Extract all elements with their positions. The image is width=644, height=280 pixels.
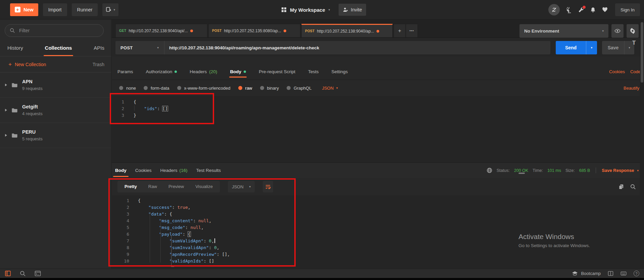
vertical-scrollbar[interactable]	[640, 19, 644, 269]
body-type-graphql[interactable]: GraphQL	[287, 86, 311, 91]
code-link[interactable]: Code	[630, 69, 641, 74]
url-input[interactable]	[164, 45, 550, 50]
tab-options-button[interactable]: •••	[406, 24, 418, 37]
bootcamp-button[interactable]: Bootcamp	[572, 271, 601, 276]
favorites-heart-icon[interactable]	[602, 7, 608, 13]
view-tab-preview[interactable]: Preview	[163, 181, 190, 192]
send-button[interactable]: Send ▾	[556, 41, 597, 54]
search-icon[interactable]	[630, 184, 636, 190]
environment-selector[interactable]: No Environment ▾	[519, 24, 608, 38]
request-tabs-row: ParamsAuthorizationHeaders(20)BodyPre-re…	[112, 56, 644, 80]
sidebar-tab-apis[interactable]: APIs	[94, 45, 104, 52]
request-tab-body[interactable]: Body	[230, 69, 246, 80]
sidebar-tab-collections[interactable]: Collections	[45, 45, 72, 52]
code-line: 7 "sumValidApn": 0,	[112, 238, 644, 244]
request-tab-tests[interactable]: Tests	[308, 69, 319, 80]
method-selector[interactable]: POST ▾	[115, 41, 164, 54]
code-line: 3}	[112, 112, 644, 119]
view-tab-visualize[interactable]: Visualize	[190, 181, 218, 192]
response-tab-cookies[interactable]: Cookies	[135, 163, 152, 178]
collection-item-getgift[interactable]: Getgift4 requests	[0, 98, 111, 123]
send-options-button[interactable]: ▾	[586, 41, 597, 54]
body-type-row: noneform-datax-www-form-urlencodedrawbin…	[112, 80, 644, 96]
line-number: 10	[112, 258, 129, 265]
view-tab-raw[interactable]: Raw	[143, 181, 163, 192]
status-bar: Bootcamp ?	[0, 269, 644, 278]
keyboard-shortcuts-icon[interactable]	[621, 271, 627, 276]
trash-button[interactable]: Trash	[93, 62, 104, 67]
chevron-right-icon[interactable]	[5, 84, 7, 86]
divider-handle[interactable]	[518, 173, 525, 174]
content-type-selector[interactable]: JSON ▾	[322, 86, 338, 91]
request-tab-3[interactable]: POSThttp://10.207.252.138:9040/ap...	[301, 24, 393, 37]
search-icon[interactable]	[20, 271, 26, 277]
settings-wrench-icon[interactable]	[578, 7, 584, 13]
import-button[interactable]: Import	[43, 3, 67, 16]
code-content: "validApnIds": []	[129, 258, 214, 265]
scrollbar-thumb[interactable]	[641, 22, 643, 83]
tab-count: (20)	[209, 69, 217, 74]
workspace-selector[interactable]: My Workspace	[290, 7, 325, 13]
request-tabstrip: GEThttp://10.207.252.138:9040/api/...POS…	[112, 19, 644, 38]
runner-button[interactable]: Runner	[72, 3, 98, 16]
environment-quicklook-button[interactable]	[611, 24, 624, 38]
request-tab-pre-request-script[interactable]: Pre-request Script	[259, 69, 295, 80]
collections-list: APN9 requestsGetgift4 requestsPERU5 requ…	[0, 73, 111, 148]
text-tool-icon[interactable]: T	[632, 40, 636, 46]
save-label: Save	[602, 41, 624, 54]
invite-button[interactable]: Invite	[339, 4, 366, 16]
open-new-button[interactable]: ▾	[102, 3, 118, 16]
taskbar-strip	[0, 278, 644, 280]
console-icon[interactable]	[35, 271, 41, 276]
body-type-x-www-form-urlencoded[interactable]: x-www-form-urlencoded	[177, 86, 231, 91]
line-number: 1	[112, 197, 129, 204]
body-type-none[interactable]: none	[119, 86, 136, 91]
response-format-selector[interactable]: JSON ▾	[228, 181, 255, 192]
environment-label: No Environment	[524, 29, 559, 34]
request-tab-2[interactable]: POSThttp://10.207.252.135:8080/ap...	[208, 24, 300, 37]
body-type-form-data[interactable]: form-data	[144, 86, 169, 91]
notifications-bell-icon[interactable]	[590, 7, 596, 13]
collection-item-peru[interactable]: PERU5 requests	[0, 123, 111, 148]
sync-off-button[interactable]	[548, 4, 560, 15]
save-response-button[interactable]: Save Response ▾	[602, 168, 639, 173]
request-tab-headers[interactable]: Headers(20)	[190, 69, 217, 80]
request-tab-1[interactable]: GEThttp://10.207.252.138:9040/api/...	[115, 24, 207, 37]
cookies-link[interactable]: Cookies	[609, 69, 625, 74]
collection-item-apn[interactable]: APN9 requests	[0, 73, 111, 98]
chevron-right-icon[interactable]	[5, 134, 7, 137]
sign-in-button[interactable]: Sign In	[615, 3, 640, 16]
response-tab-headers[interactable]: Headers(16)	[160, 163, 188, 178]
response-tab-test-results[interactable]: Test Results	[196, 163, 221, 178]
beautify-link[interactable]: Beautify	[624, 86, 639, 91]
settings-button[interactable]	[627, 24, 639, 38]
sidebar-toggle-icon[interactable]	[5, 270, 11, 277]
capture-satellite-icon[interactable]	[565, 6, 572, 13]
two-pane-layout-icon[interactable]	[608, 271, 613, 276]
tab-count: (16)	[180, 168, 188, 173]
request-tab-settings[interactable]: Settings	[331, 69, 348, 80]
add-tab-button[interactable]: +	[394, 24, 406, 37]
view-tab-pretty[interactable]: Pretty	[119, 181, 143, 192]
wrap-lines-button[interactable]	[263, 181, 273, 192]
request-tab-params[interactable]: Params	[117, 69, 133, 80]
request-body-editor[interactable]: 1{2 "ids": []3}	[112, 96, 644, 162]
response-tab-body[interactable]: Body	[115, 163, 127, 178]
body-type-raw[interactable]: raw	[238, 86, 252, 91]
code-line: 8 "sumInvalidApn": 0,	[112, 244, 644, 251]
sidebar-tab-history[interactable]: History	[7, 45, 23, 52]
copy-icon[interactable]	[618, 184, 624, 190]
chevron-right-icon[interactable]	[5, 109, 7, 111]
radio-icon	[238, 86, 242, 90]
new-collection-button[interactable]: + New Collection	[8, 61, 46, 67]
request-tab-authorization[interactable]: Authorization	[146, 69, 177, 80]
body-type-binary[interactable]: binary	[260, 86, 279, 91]
code-content: "sumInvalidApn": 0,	[129, 244, 219, 251]
save-button[interactable]: Save ▾	[602, 41, 634, 54]
response-body-viewer[interactable]: 1{2 "success": true,3 "data": {4 "msg_co…	[112, 195, 644, 269]
help-icon[interactable]: ?	[634, 271, 639, 276]
indent-guide	[160, 219, 161, 263]
chevron-down-icon[interactable]: ▾	[329, 8, 330, 11]
filter-input[interactable]	[18, 28, 99, 34]
new-button[interactable]: + New	[10, 3, 38, 16]
